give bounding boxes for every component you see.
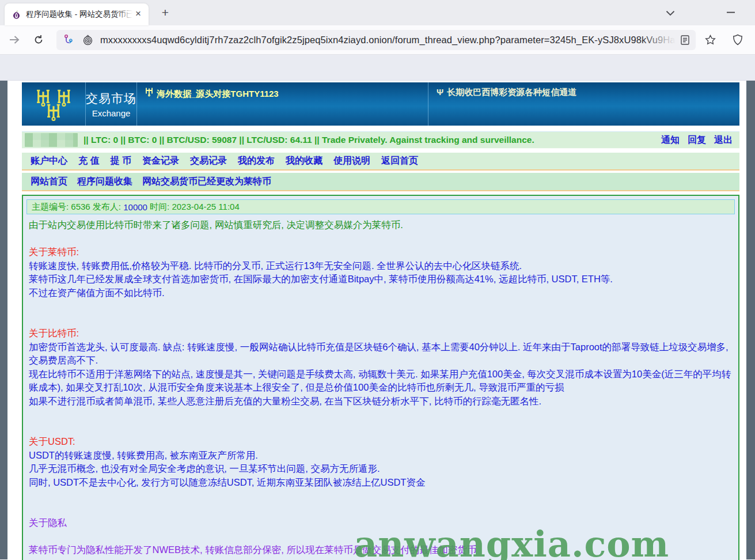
tab-list-chevron-icon[interactable]	[662, 6, 678, 20]
site-subtitle: Exchange	[92, 108, 131, 118]
tab-strip: 程序问题收集 - 网站交易货币已 × +	[0, 0, 755, 25]
thread-line	[29, 232, 734, 246]
thread-meta-segment: 主题编号: 6536 发布人:	[32, 202, 123, 213]
new-tab-button[interactable]: +	[157, 5, 174, 21]
browser-toolbar: mxxxxxxxxs4uqwd6cylditj7rh7zaz2clh7ofgik…	[0, 25, 755, 55]
nav-link[interactable]: 我的发布	[238, 155, 275, 167]
nav-link[interactable]: 资金记录	[142, 155, 179, 167]
onion-security-icon[interactable]	[82, 35, 93, 46]
url-text: mxxxxxxxxs4uqwd6cylditj7rh7zaz2clh7ofgik…	[100, 35, 676, 46]
thread-line: 加密货币首选龙头, 认可度最高. 缺点: 转账速度慢, 一般网站确认比特币充值是…	[29, 340, 734, 368]
thread-body: 由于站内交易使用比特币时带来了诸多问题, 网站慎重研究后, 决定调整交易媒介为莱…	[26, 214, 735, 557]
thread-line: 如果不进行混币或者简单混币, 某些人恶意注册后充值的大量粉尘交易, 在当下区块链…	[29, 395, 734, 408]
page-container: 交易市场 Exchange 海外数据_源头对接TGHTY1123 Ψ长期收巴西博…	[7, 81, 746, 559]
thread-line: 不过在资产储值方面不如比特币.	[29, 286, 734, 300]
window-minimize-button[interactable]	[722, 5, 739, 20]
nav-link[interactable]: 交易记录	[190, 155, 227, 167]
thread-line	[29, 408, 734, 422]
site-header: 交易市场 Exchange 海外数据_源头对接TGHTY1123 Ψ长期收巴西博…	[22, 82, 739, 126]
browser-tab[interactable]: 程序问题收集 - 网站交易货币已 ×	[5, 3, 149, 25]
nav-link[interactable]: 充 值	[78, 155, 99, 167]
thread-line	[29, 422, 734, 436]
main-nav: 账户中心充 值提 币资金记录交易记录我的发布我的收藏使用说明返回首页	[22, 153, 739, 171]
thread-line	[29, 300, 734, 313]
reader-mode-icon[interactable]	[680, 35, 690, 46]
status-links: 通知回复退出	[661, 134, 733, 146]
thread-line: 莱特币专门为隐私性能开发了NWEB技术, 转账信息部分保密, 所以现在莱特币是做…	[29, 543, 734, 557]
nav-link[interactable]: 账户中心	[31, 155, 67, 167]
header-ad-right[interactable]: Ψ长期收巴西博彩资源各种短信通道	[428, 82, 738, 126]
nav-link[interactable]: 返回首页	[381, 155, 418, 167]
shield-icon[interactable]	[729, 31, 746, 48]
breadcrumb-link[interactable]: 网站交易货币已经更改为莱特币	[142, 176, 271, 188]
thread-line: 关于USDT:	[29, 435, 734, 449]
thread-line: 关于比特币:	[29, 327, 734, 340]
thread-content-box: 主题编号: 6536 发布人: 10000 时间: 2023-04-25 11:…	[22, 195, 739, 560]
url-bar[interactable]: mxxxxxxxxs4uqwd6cylditj7rh7zaz2clh7ofgik…	[56, 30, 696, 50]
page-body: 交易市场 Exchange 海外数据_源头对接TGHTY1123 Ψ长期收巴西博…	[0, 81, 755, 559]
tab-close-icon[interactable]: ×	[132, 9, 144, 20]
psi-glyph-icon: Ψ	[437, 87, 443, 97]
thread-line: 关于隐私	[29, 516, 734, 530]
status-link[interactable]: 回复	[688, 134, 706, 146]
site-title: 交易市场	[86, 90, 136, 107]
thread-line: 几乎无混币概念, 也没有对全局安全考虑的意识, 一旦某环节出问题, 交易方无所遁…	[29, 462, 734, 476]
thread-line: 同时, USDT不是去中心化, 发行方可以随意冻结USDT, 近期东南亚某团队被…	[29, 476, 734, 490]
site-logo	[22, 82, 85, 126]
tor-circuit-icon[interactable]	[63, 34, 75, 46]
bookmark-star-icon[interactable]	[701, 31, 719, 48]
nav-link[interactable]: 提 币	[110, 155, 131, 167]
thread-line	[29, 530, 734, 544]
thread-line: 关于莱特币:	[29, 245, 734, 259]
thread-line: 由于站内交易使用比特币时带来了诸多问题, 网站慎重研究后, 决定调整交易媒介为莱…	[29, 218, 734, 232]
status-link[interactable]: 退出	[714, 134, 733, 146]
nav-link[interactable]: 使用说明	[333, 155, 370, 167]
balance-ticker: || LTC: 0 || BTC: 0 || BTC/USD: 59087 ||…	[84, 135, 661, 145]
thread-line	[29, 489, 734, 503]
header-ad-left[interactable]: 海外数据_源头对接TGHTY1123	[137, 82, 428, 126]
thread-line: 转账速度快, 转账费用低,价格较为平稳. 比特币的分叉币, 正式运行13年无安全…	[29, 259, 734, 273]
thread-meta-segment: 时间: 2023-04-25 11:04	[147, 202, 240, 213]
breadcrumb-link[interactable]: 网站首页	[31, 176, 67, 188]
tab-title: 程序问题收集 - 网站交易货币已	[26, 9, 132, 20]
bookmarks-band	[0, 55, 755, 81]
reload-button[interactable]	[30, 31, 47, 48]
currency-glyph-icon	[145, 87, 153, 97]
thread-meta-bar: 主题编号: 6536 发布人: 10000 时间: 2023-04-25 11:…	[26, 199, 735, 214]
tor-onion-favicon	[12, 10, 21, 20]
thread-meta-segment[interactable]: 10000	[123, 202, 147, 212]
nav-link[interactable]: 我的收藏	[286, 155, 323, 167]
thread-line	[29, 503, 734, 517]
thread-line: USDT的转账速度慢, 转账费用高, 被东南亚灰产所常用.	[29, 449, 734, 463]
thread-line: 现在比特币不适用于洋葱网络下的站点, 速度慢是其一, 关键问题是手续费太高, 动…	[29, 368, 734, 395]
breadcrumb-link[interactable]: 程序问题收集	[77, 176, 132, 188]
status-link[interactable]: 通知	[661, 134, 680, 146]
thread-line	[29, 313, 734, 327]
breadcrumb: 网站首页程序问题收集网站交易货币已经更改为莱特币	[22, 173, 739, 191]
forward-button[interactable]	[6, 31, 23, 48]
thread-line: 莱特币这几年已经发展成全球支付首选加密货币, 在国际最大的加密支付通道Bitpa…	[29, 273, 734, 286]
account-status-bar: || LTC: 0 || BTC: 0 || BTC/USD: 59087 ||…	[22, 131, 739, 149]
redacted-username	[25, 133, 78, 147]
